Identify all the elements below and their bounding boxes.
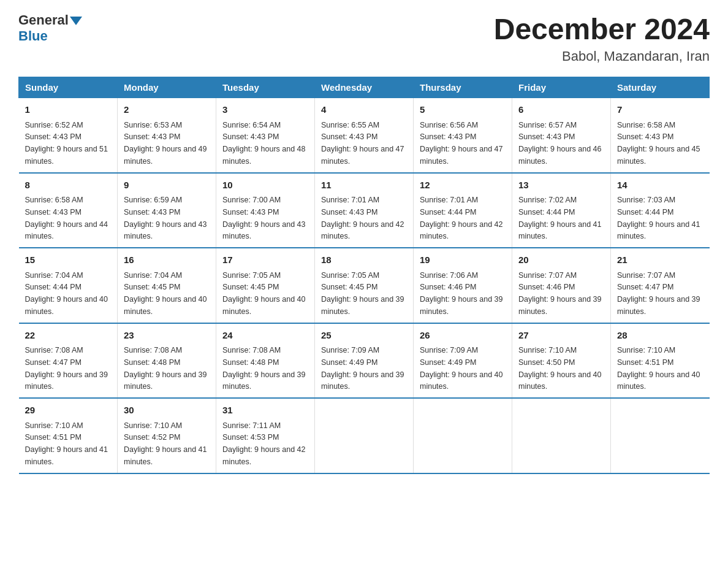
sunrise-info: Sunrise: 7:09 AM	[321, 346, 379, 354]
sunrise-info: Sunrise: 7:04 AM	[124, 271, 182, 280]
day-number: 10	[222, 178, 308, 193]
sunrise-info: Sunrise: 7:01 AM	[420, 196, 478, 204]
daylight-info: Daylight: 9 hours and 42 minutes.	[420, 220, 503, 241]
sunset-info: Sunset: 4:43 PM	[321, 208, 377, 216]
day-number: 7	[617, 103, 703, 117]
day-number: 30	[124, 404, 210, 418]
sunrise-info: Sunrise: 7:08 AM	[25, 346, 83, 354]
sunset-info: Sunset: 4:45 PM	[222, 283, 279, 291]
sunrise-info: Sunrise: 7:00 AM	[222, 196, 281, 204]
sunset-info: Sunset: 4:46 PM	[420, 283, 476, 291]
sunset-info: Sunset: 4:43 PM	[222, 132, 279, 141]
day-number: 20	[518, 253, 604, 267]
daylight-info: Daylight: 9 hours and 39 minutes.	[420, 295, 503, 316]
sunrise-info: Sunrise: 6:58 AM	[25, 196, 83, 204]
day-cell: 13 Sunrise: 7:02 AM Sunset: 4:44 PM Dayl…	[512, 173, 611, 248]
sunrise-info: Sunrise: 7:03 AM	[617, 196, 675, 204]
daylight-info: Daylight: 9 hours and 45 minutes.	[617, 145, 700, 166]
day-cell	[512, 398, 611, 473]
daylight-info: Daylight: 9 hours and 40 minutes.	[124, 295, 207, 316]
day-number: 15	[25, 253, 112, 267]
day-cell	[414, 398, 512, 473]
logo-general-text: General	[18, 12, 69, 28]
col-thursday: Thursday	[414, 77, 512, 98]
daylight-info: Daylight: 9 hours and 39 minutes.	[25, 370, 108, 391]
logo-blue-text: Blue	[18, 28, 82, 44]
daylight-info: Daylight: 9 hours and 47 minutes.	[321, 145, 404, 166]
day-cell: 11 Sunrise: 7:01 AM Sunset: 4:43 PM Dayl…	[315, 173, 414, 248]
sunrise-info: Sunrise: 7:01 AM	[321, 196, 379, 204]
day-cell: 22 Sunrise: 7:08 AM Sunset: 4:47 PM Dayl…	[19, 323, 118, 399]
sunset-info: Sunset: 4:46 PM	[518, 283, 575, 291]
day-number: 19	[420, 253, 506, 267]
day-cell: 29 Sunrise: 7:10 AM Sunset: 4:51 PM Dayl…	[19, 398, 118, 473]
sunset-info: Sunset: 4:51 PM	[25, 433, 82, 442]
sunset-info: Sunset: 4:44 PM	[25, 283, 82, 291]
day-number: 16	[124, 253, 210, 267]
day-number: 5	[420, 103, 506, 117]
day-number: 14	[617, 178, 703, 193]
day-number: 11	[321, 178, 407, 193]
daylight-info: Daylight: 9 hours and 39 minutes.	[321, 370, 404, 391]
day-cell: 26 Sunrise: 7:09 AM Sunset: 4:49 PM Dayl…	[414, 323, 512, 399]
sunset-info: Sunset: 4:43 PM	[617, 132, 673, 141]
week-row-5: 29 Sunrise: 7:10 AM Sunset: 4:51 PM Dayl…	[19, 398, 710, 473]
sunrise-info: Sunrise: 7:11 AM	[222, 421, 281, 430]
week-row-2: 8 Sunrise: 6:58 AM Sunset: 4:43 PM Dayli…	[19, 173, 710, 248]
week-row-1: 1 Sunrise: 6:52 AM Sunset: 4:43 PM Dayli…	[19, 98, 710, 173]
sunset-info: Sunset: 4:48 PM	[124, 358, 180, 367]
daylight-info: Daylight: 9 hours and 39 minutes.	[222, 370, 306, 391]
sunrise-info: Sunrise: 6:59 AM	[124, 196, 182, 204]
sunrise-info: Sunrise: 7:05 AM	[222, 271, 281, 280]
col-monday: Monday	[118, 77, 216, 98]
sunset-info: Sunset: 4:43 PM	[518, 132, 575, 141]
day-cell: 19 Sunrise: 7:06 AM Sunset: 4:46 PM Dayl…	[414, 248, 512, 323]
day-number: 18	[321, 253, 407, 267]
day-cell	[315, 398, 414, 473]
calendar-header: Sunday Monday Tuesday Wednesday Thursday…	[19, 77, 710, 98]
col-sunday: Sunday	[19, 77, 118, 98]
sunset-info: Sunset: 4:43 PM	[321, 132, 377, 141]
sunrise-info: Sunrise: 7:10 AM	[617, 346, 675, 354]
day-number: 29	[25, 404, 112, 418]
daylight-info: Daylight: 9 hours and 42 minutes.	[321, 220, 404, 241]
daylight-info: Daylight: 9 hours and 49 minutes.	[124, 145, 207, 166]
day-cell: 28 Sunrise: 7:10 AM Sunset: 4:51 PM Dayl…	[611, 323, 710, 399]
day-number: 28	[617, 329, 703, 343]
sunset-info: Sunset: 4:44 PM	[420, 208, 476, 216]
day-number: 12	[420, 178, 506, 193]
sunset-info: Sunset: 4:49 PM	[420, 358, 476, 367]
daylight-info: Daylight: 9 hours and 40 minutes.	[222, 295, 306, 316]
sunrise-info: Sunrise: 7:06 AM	[420, 271, 478, 280]
day-cell: 12 Sunrise: 7:01 AM Sunset: 4:44 PM Dayl…	[414, 173, 512, 248]
col-friday: Friday	[512, 77, 611, 98]
sunrise-info: Sunrise: 7:07 AM	[518, 271, 577, 280]
calendar-title: December 2024	[494, 12, 710, 46]
daylight-info: Daylight: 9 hours and 39 minutes.	[617, 295, 700, 316]
sunrise-info: Sunrise: 7:02 AM	[518, 196, 577, 204]
day-cell: 23 Sunrise: 7:08 AM Sunset: 4:48 PM Dayl…	[118, 323, 216, 399]
sunrise-info: Sunrise: 6:57 AM	[518, 121, 577, 129]
daylight-info: Daylight: 9 hours and 43 minutes.	[222, 220, 306, 241]
daylight-info: Daylight: 9 hours and 51 minutes.	[25, 145, 108, 166]
sunset-info: Sunset: 4:43 PM	[420, 132, 476, 141]
sunset-info: Sunset: 4:48 PM	[222, 358, 279, 367]
sunrise-info: Sunrise: 6:55 AM	[321, 121, 379, 129]
sunset-info: Sunset: 4:51 PM	[617, 358, 673, 367]
day-cell: 14 Sunrise: 7:03 AM Sunset: 4:44 PM Dayl…	[611, 173, 710, 248]
day-cell	[611, 398, 710, 473]
day-cell: 16 Sunrise: 7:04 AM Sunset: 4:45 PM Dayl…	[118, 248, 216, 323]
calendar-body: 1 Sunrise: 6:52 AM Sunset: 4:43 PM Dayli…	[19, 98, 710, 473]
sunset-info: Sunset: 4:52 PM	[124, 433, 180, 442]
sunset-info: Sunset: 4:45 PM	[321, 283, 377, 291]
sunset-info: Sunset: 4:50 PM	[518, 358, 575, 367]
day-number: 4	[321, 103, 407, 117]
daylight-info: Daylight: 9 hours and 39 minutes.	[124, 370, 207, 391]
sunrise-info: Sunrise: 7:08 AM	[222, 346, 281, 354]
day-number: 24	[222, 329, 308, 343]
sunset-info: Sunset: 4:43 PM	[222, 208, 279, 216]
day-number: 23	[124, 329, 210, 343]
daylight-info: Daylight: 9 hours and 39 minutes.	[518, 295, 602, 316]
sunrise-info: Sunrise: 7:07 AM	[617, 271, 675, 280]
day-number: 13	[518, 178, 604, 193]
